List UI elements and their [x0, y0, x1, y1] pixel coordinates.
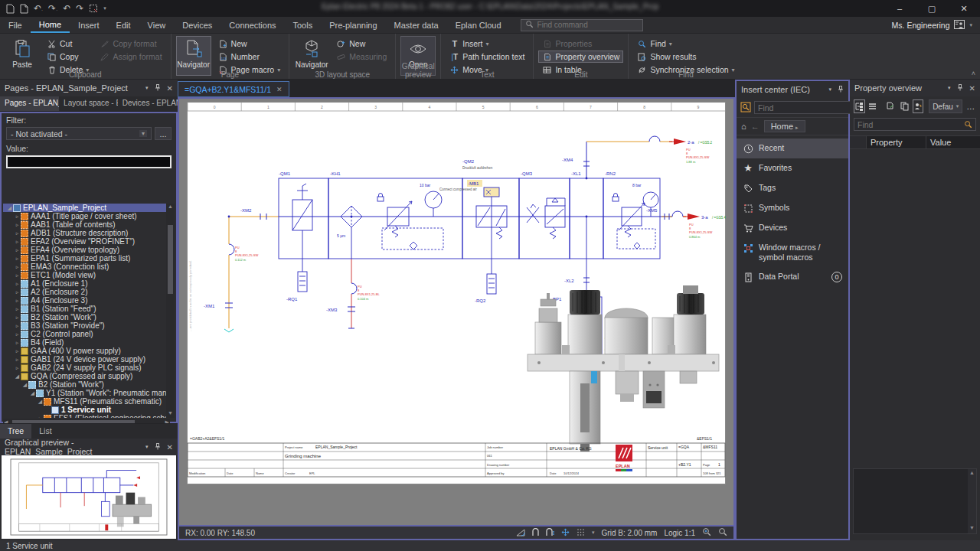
minimize-button[interactable]: –	[884, 0, 916, 17]
open-page-icon[interactable]	[20, 4, 28, 14]
filter-select[interactable]: - Not activated -▾	[6, 127, 152, 140]
tree-item[interactable]: ▹EPA1 (Summarized parts list)	[3, 254, 170, 262]
pin-icon[interactable]	[957, 84, 963, 93]
qat-dropdown-icon[interactable]: ▾	[103, 5, 106, 11]
insert-item-symbols[interactable]: Symbols	[737, 198, 848, 218]
column-value[interactable]: Value	[926, 136, 980, 148]
ribbon-tab-tools[interactable]: Tools	[285, 18, 322, 32]
tree-item[interactable]: ▹GAA (400 V power supply)	[3, 347, 170, 355]
close-icon[interactable]: ✕	[167, 443, 173, 452]
tree-item[interactable]: ▹B4 (Field)	[3, 338, 170, 347]
copy-format-button[interactable]: Copy format	[96, 37, 165, 50]
close-tab-icon[interactable]: ✕	[276, 86, 283, 93]
tree-view-button[interactable]	[854, 99, 865, 113]
find-command-input[interactable]	[537, 21, 633, 29]
user-area[interactable]: Ms. Engineering ▾	[892, 20, 980, 31]
panel-dropdown-icon[interactable]: ▾	[145, 444, 149, 450]
layout3d-new-button[interactable]: New	[332, 37, 390, 50]
tree-item[interactable]: ▹ETC1 (Model view)	[3, 271, 170, 279]
close-icon[interactable]: ✕	[969, 84, 975, 93]
property-find-input[interactable]	[854, 118, 976, 131]
find-command-box[interactable]	[521, 19, 643, 31]
tab-layout-space[interactable]: Layout space - EPL...	[59, 96, 118, 111]
more-options-button[interactable]: …	[965, 99, 976, 113]
collapse-ribbon-icon[interactable]: ˄	[972, 70, 975, 77]
ribbon-tab-file[interactable]: File	[0, 18, 31, 32]
insert-item-favorites[interactable]: ★Favorites	[737, 158, 848, 178]
grid-icon[interactable]	[577, 528, 585, 538]
ribbon-tab-connections[interactable]: Connections	[220, 18, 284, 32]
close-button[interactable]: ✕	[948, 0, 980, 17]
tab-devices[interactable]: Devices - EPLAN_S...	[118, 96, 178, 111]
zoom-area-icon[interactable]	[718, 527, 727, 538]
tree-item[interactable]: ◢Y1 (Station "Work": Pneumatic manifold)	[3, 389, 170, 397]
snap-icon[interactable]	[532, 528, 539, 538]
move-cursor-icon[interactable]	[561, 528, 570, 538]
tree-item[interactable]: ◢EPLAN_Sample_Project	[3, 204, 170, 212]
tree-vertical-scrollbar[interactable]: ▲▼	[166, 204, 175, 418]
insert-item-recent[interactable]: Recent	[737, 139, 848, 158]
insert-item-tags[interactable]: Tags	[737, 178, 848, 198]
tree-item[interactable]: ▹A1 (Enclosure 1)	[3, 279, 170, 288]
undo-list-icon[interactable]: ↶	[63, 3, 70, 14]
tree-item[interactable]: ▹EMA3 (Connection list)	[3, 262, 170, 271]
user-scheme-button[interactable]	[913, 99, 924, 113]
tree-item[interactable]: ▹B2 (Station "Work")	[3, 313, 170, 321]
tree-item[interactable]: ▹EFA2 (Overview "PROFINET")	[3, 237, 170, 246]
text-insert-button[interactable]: TInsert▾	[446, 37, 528, 50]
grid-dropdown-icon[interactable]: ▾	[592, 530, 595, 536]
angle-snap-icon[interactable]	[516, 528, 525, 538]
insert-item-data-portal[interactable]: Data Portal0	[737, 267, 848, 287]
tree-item[interactable]: ▹B1 (Station "Feed")	[3, 305, 170, 313]
paste-properties-button[interactable]	[899, 99, 910, 113]
home-icon[interactable]: ⌂	[741, 122, 746, 131]
snap-points-icon[interactable]	[546, 528, 554, 538]
value-input[interactable]	[6, 155, 172, 168]
ribbon-tab-devices[interactable]: Devices	[174, 18, 220, 32]
path-function-text-button[interactable]: |TPath function text	[446, 51, 528, 63]
panel-dropdown-icon[interactable]: ▾	[948, 85, 951, 91]
tree-item[interactable]: ▹GAB2 (24 V supply PLC signals)	[3, 364, 170, 372]
page-new-button[interactable]: New	[214, 37, 285, 50]
insert-item-devices[interactable]: Devices	[737, 218, 848, 238]
drawing-viewport[interactable]: 0123456789 …are prohibited in as far as …	[178, 97, 735, 527]
tree-item[interactable]: ▹EFS1 (Electrical engineering schematic)	[3, 414, 170, 418]
property-overview-button[interactable]: Property overview	[538, 51, 623, 63]
select-frame-icon[interactable]	[89, 4, 98, 13]
cut-button[interactable]: Cut	[43, 37, 93, 50]
tree-item[interactable]: ◢B2 (Station "Work")	[3, 380, 170, 389]
tab-tree[interactable]: Tree	[0, 424, 31, 439]
tree-item[interactable]: ◢MFS11 (Pneumatics schematic)	[3, 397, 170, 406]
ribbon-tab-view[interactable]: View	[139, 18, 175, 32]
assign-format-button[interactable]: Assign format	[96, 51, 165, 63]
graphical-preview-canvas[interactable]	[2, 455, 176, 539]
page-number-button[interactable]: 123Number	[214, 51, 285, 63]
tree-item[interactable]: ▹ADB1 (Structure description)	[3, 229, 170, 237]
description-scrollbar[interactable]: ▲▼	[968, 469, 976, 533]
list-view-button[interactable]	[867, 99, 879, 113]
tree-item[interactable]: ▹GAB1 (24 V device power supply)	[3, 355, 170, 364]
tree-item[interactable]: ▹C2 (Control panel)	[3, 330, 170, 338]
tree-item[interactable]: ▹AAA1 (Title page / cover sheet)	[3, 212, 170, 220]
tree-item[interactable]: ◢GQA (Compressed air supply)	[3, 372, 170, 380]
pin-icon[interactable]	[155, 84, 161, 93]
pin-icon[interactable]	[155, 443, 161, 452]
tree-item[interactable]: ▹A4 (Enclosure 3)	[3, 296, 170, 305]
document-tab[interactable]: =GQA+B2.Y1&MFS11/1 ✕	[178, 81, 289, 97]
maximize-button[interactable]: ▢	[916, 0, 948, 17]
copy-button[interactable]: Copy	[43, 51, 93, 63]
close-icon[interactable]: ✕	[167, 84, 173, 93]
back-icon[interactable]: ←	[751, 122, 760, 131]
ribbon-tab-edit[interactable]: Edit	[108, 18, 139, 32]
new-page-icon[interactable]	[6, 4, 15, 14]
show-results-button[interactable]: Show results	[633, 51, 738, 63]
panel-dropdown-icon[interactable]: ▾	[828, 86, 831, 93]
breadcrumb[interactable]: Home ▸	[764, 120, 805, 132]
ribbon-tab-pre-planning[interactable]: Pre-planning	[321, 18, 385, 32]
tree-item[interactable]: 1 Service unit	[3, 406, 170, 414]
tab-list[interactable]: List	[31, 424, 59, 439]
copy-properties-button[interactable]	[885, 99, 897, 113]
filter-more-button[interactable]: ...	[155, 127, 172, 140]
ribbon-tab-eplan-cloud[interactable]: Eplan Cloud	[447, 18, 510, 32]
tab-pages[interactable]: Pages - EPLAN_Sa...	[0, 96, 59, 111]
